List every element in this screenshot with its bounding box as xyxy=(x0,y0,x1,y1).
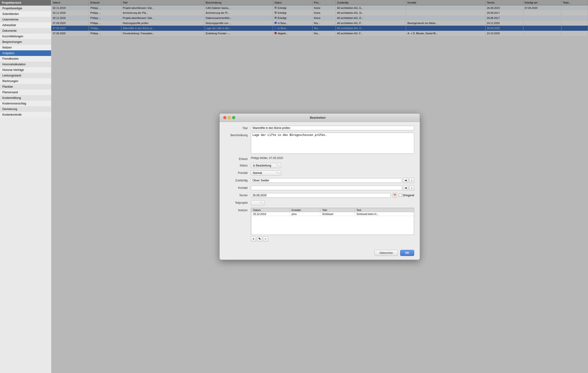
termin-label: Termin xyxy=(225,193,251,197)
modal-titlebar: Bearbeiten xyxy=(220,113,420,122)
kontakt-input[interactable] xyxy=(251,186,402,190)
form-row-status: Status In BearbeitungErledigtAbgebrochen… xyxy=(225,163,414,168)
zustaendig-label: Zuständig xyxy=(225,178,251,182)
dringend-label: Dringend xyxy=(403,194,414,197)
form-row-teilprojekt: Teilprojekt ⌃⌄ xyxy=(225,200,414,205)
notes-body: 25.12.2019pmuSchlüsselSchlüssel beim H..… xyxy=(251,212,414,216)
sidebar-item-unternehmer[interactable]: Unternehmer xyxy=(0,17,51,22)
teilprojekt-label: Teilprojekt xyxy=(225,200,251,204)
notes-col-titel: Titel xyxy=(320,208,355,212)
zustaendig-prev-button[interactable]: ◀ xyxy=(403,178,408,183)
form-row-termin: Termin 📅 Dringend xyxy=(225,193,414,198)
sidebar-item-planversand[interactable]: Planversand xyxy=(0,90,51,95)
form-row-notizen: Notizen DatumErstellerTitelText 25.12.20… xyxy=(225,208,414,242)
notes-empty-rows xyxy=(251,216,414,234)
prioritaet-field-wrapper: NormalHochNiedrigDringend ⌃⌄ xyxy=(251,171,414,176)
erfasst-label: Erfasst xyxy=(225,156,251,161)
notes-col-text: Text xyxy=(354,208,414,212)
notizen-field-wrapper: DatumErstellerTitelText 25.12.2019pmuSch… xyxy=(251,208,414,242)
form-row-titel: Titel xyxy=(225,126,414,130)
beschreibung-label: Beschreibung xyxy=(225,133,251,137)
dringend-checkbox-label: Dringend xyxy=(399,194,414,197)
termin-date-row: 📅 Dringend xyxy=(251,193,414,198)
status-field-wrapper: In BearbeitungErledigtAbgebrochenOffen ⌃… xyxy=(251,163,414,168)
zustaendig-info-button[interactable]: i xyxy=(409,178,414,183)
sidebar-item-devisierung[interactable]: Devisierung xyxy=(0,106,51,112)
modal-body: Titel Beschreibung Lage der Lifte in den… xyxy=(220,122,420,248)
dringend-checkbox[interactable] xyxy=(399,194,402,197)
notes-row[interactable]: 25.12.2019pmuSchlüsselSchlüssel beim H..… xyxy=(251,212,414,216)
sidebar-item-honorar-vertr-ge[interactable]: Honorar-Verträge xyxy=(0,67,51,73)
termin-field-wrapper: 📅 Dringend xyxy=(251,193,414,198)
kontakt-input-group: ◀ i xyxy=(251,185,414,191)
modal-footer: Abbrechen OK xyxy=(220,248,420,260)
ok-button[interactable]: OK xyxy=(400,250,414,256)
notes-table-wrapper: DatumErstellerTitelText 25.12.2019pmuSch… xyxy=(251,208,414,235)
sidebar-item-notizen[interactable]: Notizen xyxy=(0,45,51,50)
content-area: DatumErfasserTitelBeschreibungStatusPrio… xyxy=(51,0,588,373)
termin-input[interactable] xyxy=(251,193,391,198)
teilprojekt-select[interactable] xyxy=(251,200,265,205)
erfasst-value-wrapper: Philipp Müller, 07.09.2020 xyxy=(251,156,414,160)
sidebar-item-planliste[interactable]: Planliste xyxy=(0,84,51,90)
zustaendig-input-group: ◀ i xyxy=(251,178,414,183)
kontakt-info-button[interactable]: i xyxy=(409,185,414,191)
sidebar-item-honorarkalkulation[interactable]: Honorarkalkulation xyxy=(0,61,51,67)
beschreibung-field-wrapper: Lage der Lifte in den Bürogeschossen prü… xyxy=(251,133,414,154)
zustaendig-input[interactable] xyxy=(251,178,402,183)
sidebar-item-submittenten[interactable]: Submittenten xyxy=(0,11,51,17)
notes-col-datum: Datum xyxy=(251,208,290,212)
notes-cell: pmu xyxy=(290,212,320,216)
kontakt-field-wrapper: ◀ i xyxy=(251,185,414,191)
form-row-erfasst: Erfasst Philipp Müller, 07.09.2020 xyxy=(225,156,414,161)
kontakt-label: Kontakt xyxy=(225,185,251,190)
notes-col-ersteller: Ersteller xyxy=(290,208,320,212)
titel-input[interactable] xyxy=(251,126,414,130)
notes-cell: Schlüssel xyxy=(320,212,355,216)
termin-calendar-button[interactable]: 📅 xyxy=(392,193,397,198)
notes-cell: 25.12.2019 xyxy=(251,212,290,216)
sidebar-header: Projektbereich xyxy=(0,0,51,6)
zustaendig-field-wrapper: ◀ i xyxy=(251,178,414,183)
notes-header: DatumErstellerTitelText xyxy=(251,208,414,212)
sidebar-item-kostenmittlung[interactable]: Kostenmittlung xyxy=(0,95,51,101)
note-edit-button[interactable]: ✎ xyxy=(257,236,262,242)
sidebar-item-dokumente[interactable]: Dokumente xyxy=(0,28,51,34)
sidebar-item-kostenkontrolle[interactable]: Kostenkontrolle xyxy=(0,112,51,118)
erfasst-value: Philipp Müller, 07.09.2020 xyxy=(251,156,283,160)
sidebar-item-besprechungen[interactable]: Besprechungen xyxy=(0,39,51,45)
status-select[interactable]: In BearbeitungErledigtAbgebrochenOffen xyxy=(251,163,281,168)
form-row-prioritaet: Priorität NormalHochNiedrigDringend ⌃⌄ xyxy=(225,171,414,176)
form-row-beschreibung: Beschreibung Lage der Lifte in den Bürog… xyxy=(225,133,414,154)
sidebar-header-label: Projektbereich xyxy=(2,1,21,4)
sidebar-item-fremdkosten[interactable]: Fremdkosten xyxy=(0,56,51,61)
note-remove-button[interactable]: − xyxy=(263,236,268,242)
form-row-kontakt: Kontakt ◀ i xyxy=(225,185,414,191)
sidebar-item-projektbeteiligte[interactable]: Projektbeteiligte xyxy=(0,6,51,11)
sidebar-items: ProjektbeteiligteSubmittentenUnternehmer… xyxy=(0,6,51,118)
modal-dialog: Bearbeiten Titel Beschreibung xyxy=(219,113,420,260)
prioritaet-select[interactable]: NormalHochNiedrigDringend xyxy=(251,171,281,176)
status-label: Status xyxy=(225,163,251,167)
sidebar-item-leistungsstand[interactable]: Leistungsstand xyxy=(0,73,51,78)
modal-overlay: Bearbeiten Titel Beschreibung xyxy=(51,0,588,373)
sidebar-item-kostenvoranschlag[interactable]: Kostenvoranschlag xyxy=(0,101,51,106)
teilprojekt-field-wrapper: ⌃⌄ xyxy=(251,200,414,205)
titel-label: Titel xyxy=(225,126,251,130)
sidebar-item-adressliste[interactable]: Adressliste xyxy=(0,22,51,28)
sidebar: Projektbereich ProjektbeteiligteSubmitte… xyxy=(0,0,51,373)
kontakt-prev-button[interactable]: ◀ xyxy=(403,185,408,191)
modal-title: Bearbeiten xyxy=(219,116,416,119)
sidebar-item-aufgaben[interactable]: Aufgaben xyxy=(0,50,51,56)
notes-cell: Schlüssel beim H... xyxy=(354,212,414,216)
status-select-wrapper: In BearbeitungErledigtAbgebrochenOffen ⌃… xyxy=(251,163,281,168)
sidebar-item-kurzmitteilungen[interactable]: Kurzmitteilungen xyxy=(0,34,51,39)
prioritaet-select-wrapper: NormalHochNiedrigDringend ⌃⌄ xyxy=(251,171,281,176)
note-toolbar: + ✎ − xyxy=(251,236,414,242)
sidebar-item-rechnungen[interactable]: Rechnungen xyxy=(0,78,51,84)
beschreibung-textarea[interactable]: Lage der Lifte in den Bürogeschossen prü… xyxy=(251,133,414,154)
prioritaet-label: Priorität xyxy=(225,171,251,175)
note-add-button[interactable]: + xyxy=(251,236,256,242)
notizen-label: Notizen xyxy=(225,208,251,212)
cancel-button[interactable]: Abbrechen xyxy=(375,250,398,256)
